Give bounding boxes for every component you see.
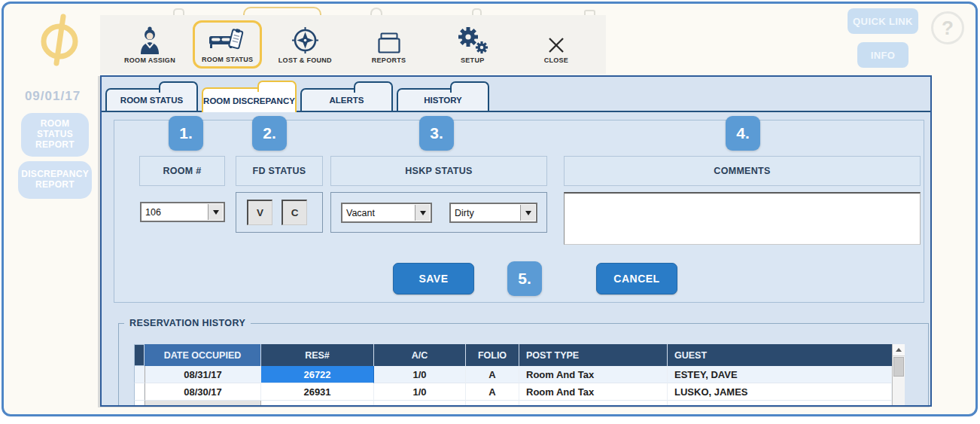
- row-gutter: [134, 401, 145, 407]
- tab-label: ALERTS: [330, 96, 364, 105]
- background-icon-remnant: [584, 10, 595, 15]
- tabs-row: ROOM STATUS ROOM DISCREPANCY ALERTS HIST…: [102, 77, 930, 112]
- row-gutter: [134, 383, 145, 401]
- cell-res-selected[interactable]: 26722: [261, 366, 374, 383]
- chevron-down-icon[interactable]: [415, 205, 430, 221]
- cell-ac[interactable]: 1/0: [374, 366, 466, 383]
- app-window: ROOM ASSIGN: [0, 0, 980, 424]
- toolbar-close[interactable]: CLOSE: [522, 26, 591, 64]
- cell-ac[interactable]: 1/0: [374, 383, 466, 401]
- tab-history[interactable]: HISTORY: [397, 88, 489, 111]
- toolbar-reports[interactable]: REPORTS: [355, 26, 424, 64]
- tab-label: HISTORY: [424, 96, 461, 105]
- hskp-condition-value: Dirty: [455, 208, 474, 218]
- tab-label: ROOM STATUS: [120, 96, 183, 105]
- hskp-status-group: Vacant Dirty: [330, 192, 547, 233]
- reservation-history-table: DATE OCCUPIED RES# A/C FOLIO POST TYPE G…: [134, 344, 905, 407]
- toolbar-label: LOST & FOUND: [278, 56, 332, 64]
- room-number-label: ROOM #: [139, 156, 225, 186]
- cell-post-type[interactable]: Room And Tax: [519, 383, 668, 401]
- callout-4: 4.: [726, 116, 760, 151]
- x-icon: [547, 26, 565, 54]
- background-icon-remnant: [472, 8, 482, 15]
- room-status-panel: ROOM STATUS ROOM DISCREPANCY ALERTS HIST…: [100, 75, 932, 407]
- scrollbar-thumb[interactable]: [893, 357, 904, 377]
- comments-input[interactable]: [564, 192, 921, 245]
- column-header-date-occupied[interactable]: DATE OCCUPIED: [145, 344, 261, 366]
- toolbar-room-status[interactable]: ROOM STATUS: [193, 20, 262, 69]
- table-row[interactable]: 08/31/17 26722 1/0 A Room And Tax ESTEY,…: [134, 366, 905, 383]
- save-button[interactable]: SAVE: [393, 263, 474, 294]
- hskp-status-label: HSKP STATUS: [330, 156, 547, 186]
- hskp-occupancy-value: Vacant: [346, 208, 375, 218]
- discrepancy-report-button[interactable]: DISCREPANCY REPORT: [18, 161, 92, 199]
- room-number-select[interactable]: 106: [140, 202, 225, 222]
- cell-folio[interactable]: A: [466, 366, 519, 383]
- toolbar-label: ROOM STATUS: [202, 56, 253, 63]
- gears-icon: [457, 26, 488, 54]
- compass-icon: [291, 26, 319, 54]
- fd-clean-button[interactable]: C: [282, 200, 307, 225]
- toolbar-label: ROOM ASSIGN: [124, 56, 175, 64]
- toolbar-lost-and-found[interactable]: LOST & FOUND: [270, 26, 339, 64]
- hskp-occupancy-select[interactable]: Vacant: [341, 203, 432, 223]
- callout-3: 3.: [419, 116, 454, 151]
- tab-alerts[interactable]: ALERTS: [300, 88, 393, 111]
- row-gutter: [134, 344, 145, 366]
- toolbar-label: CLOSE: [544, 56, 569, 64]
- cell-folio[interactable]: A: [466, 383, 519, 401]
- toolbar-label: SETUP: [461, 56, 485, 64]
- room-status-report-button[interactable]: ROOM STATUS REPORT: [21, 113, 89, 157]
- row-gutter: [134, 366, 145, 383]
- cell-date-occupied[interactable]: 08/31/17: [145, 366, 261, 383]
- table-row[interactable]: 08/30/17 26931 1/0 A Room And Tax LUSKO,…: [134, 383, 905, 401]
- toolbar-setup[interactable]: SETUP: [438, 26, 507, 64]
- info-button[interactable]: INFO: [857, 42, 908, 68]
- main-toolbar: ROOM ASSIGN: [100, 15, 606, 74]
- toolbar-room-assign[interactable]: ROOM ASSIGN: [115, 26, 184, 64]
- cancel-button[interactable]: CANCEL: [596, 263, 677, 294]
- column-header-ac[interactable]: A/C: [374, 344, 466, 366]
- callout-2: 2.: [252, 116, 287, 151]
- quick-link-button[interactable]: QUICK LINK: [848, 8, 918, 34]
- fd-vacant-button[interactable]: V: [247, 200, 272, 225]
- background-icon-remnant: [173, 8, 184, 15]
- fd-status-label: FD STATUS: [236, 156, 323, 186]
- hskp-condition-select[interactable]: Dirty: [449, 203, 537, 223]
- column-header-folio[interactable]: FOLIO: [466, 344, 519, 366]
- table-scrollbar[interactable]: [892, 344, 905, 407]
- comments-label: COMMENTS: [564, 156, 921, 186]
- callout-1: 1.: [169, 116, 203, 151]
- background-icon-remnant: [370, 8, 382, 15]
- table-header-row: DATE OCCUPIED RES# A/C FOLIO POST TYPE G…: [134, 344, 905, 366]
- business-date: 09/01/17: [11, 89, 95, 104]
- fd-status-group: V C: [236, 192, 323, 233]
- table-row-clipped: [134, 401, 905, 407]
- person-icon: [139, 26, 160, 54]
- cell-guest[interactable]: LUSKO, JAMES: [668, 383, 892, 401]
- reservation-history-title: RESERVATION HISTORY: [124, 318, 251, 328]
- brand-logo-icon: [38, 14, 81, 69]
- cell-res[interactable]: 26931: [261, 383, 374, 401]
- scroll-up-icon[interactable]: [893, 344, 905, 356]
- file-box-icon: [378, 26, 400, 54]
- cell-post-type[interactable]: Room And Tax: [519, 366, 668, 383]
- bed-clipboard-icon: [209, 25, 245, 53]
- tab-room-discrepancy[interactable]: ROOM DISCREPANCY: [202, 87, 297, 112]
- cell-guest[interactable]: ESTEY, DAVE: [668, 366, 892, 383]
- chevron-down-icon[interactable]: [208, 204, 223, 220]
- column-header-res[interactable]: RES#: [261, 344, 374, 366]
- toolbar-label: REPORTS: [372, 56, 406, 64]
- cell-date-occupied[interactable]: 08/30/17: [145, 383, 261, 401]
- chevron-down-icon[interactable]: [520, 205, 535, 221]
- help-button[interactable]: ?: [931, 11, 964, 44]
- column-header-post-type[interactable]: POST TYPE: [519, 344, 668, 366]
- tab-label: ROOM DISCREPANCY: [203, 96, 295, 105]
- column-header-guest[interactable]: GUEST: [668, 344, 892, 366]
- room-number-value: 106: [145, 207, 161, 218]
- background-icon-remnant: [243, 7, 321, 15]
- tab-room-status[interactable]: ROOM STATUS: [105, 88, 198, 111]
- callout-5: 5.: [507, 261, 542, 296]
